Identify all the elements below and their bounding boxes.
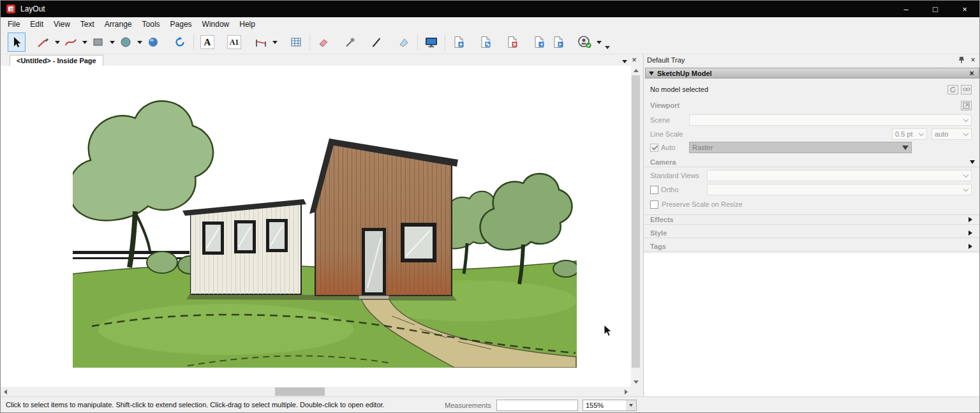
line-scale-mode-select[interactable]: auto bbox=[932, 128, 972, 140]
auto-render-checkbox[interactable] bbox=[650, 144, 658, 152]
join-tool-button[interactable] bbox=[395, 33, 413, 52]
measurements-input[interactable] bbox=[496, 400, 578, 411]
offset-tool-button[interactable] bbox=[171, 33, 189, 52]
open-in-sketchup-button[interactable] bbox=[961, 101, 972, 110]
render-mode-select[interactable]: Raster bbox=[689, 142, 912, 153]
effects-section-header[interactable]: Effects bbox=[644, 214, 980, 225]
horizontal-scrollbar[interactable] bbox=[1, 387, 631, 396]
delete-page-icon bbox=[506, 36, 519, 49]
toolbar-separator bbox=[309, 34, 310, 50]
tray-header: Default Tray × bbox=[644, 54, 980, 65]
scene-label: Scene bbox=[650, 116, 689, 124]
tray-close-button[interactable]: × bbox=[969, 55, 977, 64]
menu-edit[interactable]: Edit bbox=[25, 19, 48, 30]
menu-text[interactable]: Text bbox=[75, 19, 100, 30]
zoom-dropdown-arrow-icon[interactable] bbox=[626, 400, 636, 410]
style-section-header[interactable]: Style bbox=[644, 228, 980, 238]
line-tool-dropdown[interactable] bbox=[53, 33, 61, 52]
ortho-checkbox[interactable] bbox=[650, 186, 658, 194]
polygon-tool-button[interactable] bbox=[144, 33, 162, 52]
panel-title: SketchUp Model bbox=[657, 70, 712, 77]
rectangle-tool-dropdown[interactable] bbox=[108, 33, 116, 52]
text-tool-icon: A bbox=[200, 35, 214, 49]
link-model-button[interactable] bbox=[961, 85, 972, 94]
select-tool-button[interactable] bbox=[8, 33, 26, 52]
refresh-model-button[interactable] bbox=[947, 85, 958, 94]
next-page-button[interactable] bbox=[549, 33, 567, 52]
scroll-right-arrow[interactable] bbox=[621, 387, 631, 396]
scroll-down-arrow[interactable] bbox=[631, 377, 641, 387]
split-tool-button[interactable] bbox=[368, 33, 386, 52]
default-tray: Default Tray × SketchUp Model × No model… bbox=[643, 54, 980, 396]
menu-pages[interactable]: Pages bbox=[165, 19, 197, 30]
ortho-scale-select[interactable] bbox=[707, 184, 972, 195]
document-tab[interactable]: <Untitled> - Inside Page bbox=[10, 55, 103, 66]
dimension-tool-dropdown[interactable] bbox=[271, 33, 279, 52]
text-tool-button[interactable]: A bbox=[198, 33, 216, 52]
duplicate-page-icon bbox=[479, 36, 492, 49]
zoom-value: 155% bbox=[586, 402, 604, 409]
menu-tools[interactable]: Tools bbox=[137, 19, 165, 30]
close-button[interactable]: × bbox=[950, 1, 979, 17]
freehand-tool-dropdown[interactable] bbox=[80, 33, 89, 52]
pin-icon[interactable] bbox=[956, 55, 967, 64]
scroll-up-arrow[interactable] bbox=[631, 66, 641, 75]
toolbar-separator bbox=[193, 34, 194, 50]
vertical-scrollbar[interactable] bbox=[631, 66, 641, 387]
label-tool-button[interactable]: A1 bbox=[225, 33, 243, 52]
menu-window[interactable]: Window bbox=[197, 19, 235, 30]
camera-section-header[interactable]: Camera bbox=[644, 157, 980, 167]
circle-tool-button[interactable] bbox=[117, 33, 135, 52]
circle-icon bbox=[119, 36, 132, 49]
minimize-button[interactable]: – bbox=[891, 1, 921, 17]
account-button[interactable] bbox=[576, 33, 594, 52]
zoom-select[interactable]: 155% bbox=[583, 400, 637, 411]
tab-close-button[interactable]: × bbox=[630, 55, 639, 64]
standard-views-select[interactable] bbox=[707, 170, 972, 181]
account-dropdown[interactable] bbox=[595, 33, 603, 52]
menu-arrange[interactable]: Arrange bbox=[100, 19, 137, 30]
main-toolbar: A A1 bbox=[1, 31, 979, 54]
dimension-tool-button[interactable] bbox=[252, 33, 270, 52]
chevron-down-icon bbox=[963, 131, 969, 137]
eraser-tool-button[interactable] bbox=[315, 33, 332, 52]
polygon-sphere-icon bbox=[147, 36, 160, 49]
chevron-down-icon bbox=[963, 173, 969, 179]
scroll-left-arrow[interactable] bbox=[1, 387, 10, 396]
panel-close-button[interactable]: × bbox=[967, 69, 976, 78]
preserve-scale-label: Preserve Scale on Resize bbox=[662, 200, 743, 208]
auto-label: Auto bbox=[661, 144, 676, 151]
menu-help[interactable]: Help bbox=[234, 19, 260, 30]
style-tool-button[interactable] bbox=[341, 33, 359, 52]
menu-file[interactable]: File bbox=[3, 19, 25, 30]
sketchup-model-panel-header[interactable]: SketchUp Model × bbox=[645, 68, 979, 79]
start-presentation-button[interactable] bbox=[422, 33, 440, 52]
tab-list-dropdown[interactable] bbox=[621, 57, 628, 65]
split-pen-icon bbox=[371, 36, 383, 49]
duplicate-page-button[interactable] bbox=[477, 33, 494, 52]
freehand-tool-button[interactable] bbox=[62, 33, 80, 52]
delete-page-button[interactable] bbox=[503, 33, 521, 52]
rectangle-tool-button[interactable] bbox=[89, 33, 107, 52]
document-tab-strip: <Untitled> - Inside Page × bbox=[1, 54, 641, 66]
status-bar: Click to select items to manipulate. Shi… bbox=[1, 396, 979, 412]
line-tool-button[interactable] bbox=[34, 33, 52, 52]
mouse-cursor bbox=[604, 324, 612, 337]
tags-section-header[interactable]: Tags bbox=[644, 241, 980, 252]
sketchup-model-panel-body: No model selected Viewport bbox=[644, 84, 980, 252]
previous-page-button[interactable] bbox=[530, 33, 548, 52]
add-page-button[interactable] bbox=[450, 33, 468, 52]
page-viewport[interactable] bbox=[1, 66, 631, 387]
preserve-scale-checkbox[interactable] bbox=[650, 200, 658, 209]
maximize-button[interactable]: □ bbox=[921, 1, 950, 17]
status-hint: Click to select items to manipulate. Shi… bbox=[1, 401, 385, 409]
circle-tool-dropdown[interactable] bbox=[135, 33, 144, 52]
scene-select[interactable] bbox=[689, 114, 972, 126]
horizontal-scroll-thumb[interactable] bbox=[275, 387, 325, 396]
line-scale-value-select[interactable]: 0.5 pt bbox=[892, 128, 927, 140]
vertical-scroll-thumb[interactable] bbox=[632, 75, 640, 368]
menu-view[interactable]: View bbox=[48, 19, 75, 30]
table-tool-button[interactable] bbox=[287, 33, 305, 52]
collapse-arrow-icon bbox=[649, 71, 654, 78]
toolbar-separator bbox=[445, 34, 445, 50]
